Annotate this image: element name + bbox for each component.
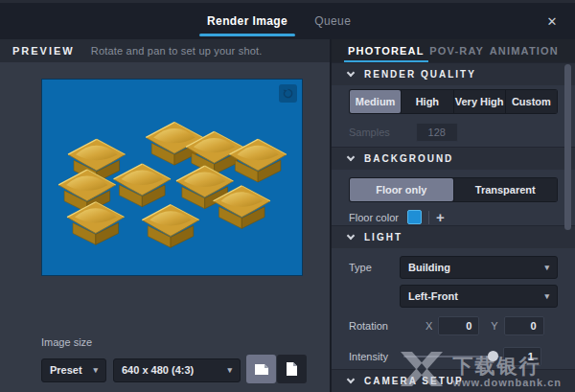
chevron-down-icon: ▾ [93, 365, 98, 375]
light-type-label: Type [349, 262, 400, 273]
rotation-x-input[interactable]: 0 [438, 316, 479, 335]
scrollbar[interactable] [564, 64, 571, 230]
section-light[interactable]: LIGHT [332, 225, 575, 248]
light-type-value: Building [408, 262, 450, 273]
titlebar: Render Image Queue ✕ [0, 3, 575, 39]
landscape-page-icon [254, 363, 269, 376]
light-type-select[interactable]: Building ▾ [400, 256, 558, 279]
preview-hint: Rotate and pan to set up your shot. [91, 45, 263, 57]
slider-track[interactable] [403, 356, 499, 357]
renderer-tabs: PHOTOREAL POV-RAY ANIMATION [332, 39, 575, 62]
resolution-select[interactable]: 640 x 480 (4:3) ▾ [113, 358, 241, 382]
background-body: Floor only Transparent Floor color + [332, 170, 575, 225]
settings-panel: PHOTOREAL POV-RAY ANIMATION RENDER QUALI… [332, 39, 575, 392]
refresh-icon [283, 88, 293, 99]
camera-setup-title: CAMERA SETUP [364, 376, 464, 386]
preset-value: Preset [50, 364, 82, 376]
rotation-label: Rotation [349, 320, 388, 332]
chevron-down-icon [347, 153, 355, 161]
quality-segment-group: Medium High Very High Custom [349, 89, 558, 114]
tab-queue[interactable]: Queue [301, 3, 364, 39]
quality-medium-button[interactable]: Medium [350, 90, 401, 113]
light-title: LIGHT [364, 232, 402, 242]
background-segment-group: Floor only Transparent [349, 177, 558, 202]
portrait-orientation-button[interactable] [277, 355, 307, 383]
preset-select[interactable]: Preset ▾ [41, 358, 106, 382]
landscape-orientation-button[interactable] [246, 355, 276, 383]
rotation-y-input[interactable]: 0 [504, 316, 544, 335]
resolution-value: 640 x 480 (4:3) [122, 364, 194, 376]
image-size-block: Image size Preset ▾ 640 x 480 (4:3) ▾ [41, 336, 319, 383]
rotation-x-label: X [426, 320, 432, 332]
preview-title: PREVIEW [12, 45, 75, 57]
slider-knob[interactable] [488, 351, 498, 361]
samples-input[interactable]: 128 [416, 123, 458, 142]
light-direction-value: Left-Front [408, 290, 458, 302]
quality-very-high-button[interactable]: Very High [454, 90, 505, 113]
render-quality-body: Medium High Very High Custom Samples 128 [332, 85, 575, 147]
intensity-label: Intensity [349, 351, 388, 362]
tab-photoreal[interactable]: PHOTOREAL [348, 39, 425, 62]
add-color-button[interactable]: + [436, 209, 445, 225]
floor-color-swatch[interactable] [407, 210, 422, 224]
intensity-slider[interactable] [403, 350, 499, 363]
preview-viewport[interactable] [41, 79, 303, 276]
quality-high-button[interactable]: High [402, 90, 452, 113]
light-direction-select[interactable]: Left-Front ▾ [400, 285, 558, 308]
reset-view-button[interactable] [279, 84, 297, 103]
portrait-page-icon [286, 361, 298, 377]
divider [428, 211, 429, 224]
render-dialog: Render Image Queue ✕ PREVIEW Rotate and … [0, 0, 575, 392]
rotation-y-label: Y [491, 320, 497, 332]
background-title: BACKGROUND [364, 153, 453, 164]
orientation-toggle [246, 357, 307, 383]
preview-header: PREVIEW Rotate and pan to set up your sh… [0, 39, 330, 62]
titlebar-tabs: Render Image Queue [194, 3, 364, 39]
chevron-down-icon: ▾ [544, 263, 549, 272]
intensity-input[interactable]: 1 [503, 347, 541, 366]
close-icon[interactable]: ✕ [542, 12, 562, 31]
chevron-down-icon [347, 69, 355, 77]
tab-render-image[interactable]: Render Image [194, 3, 301, 39]
section-camera-setup[interactable]: CAMERA SETUP [332, 369, 575, 392]
tab-pov-ray[interactable]: POV-RAY [429, 39, 484, 62]
render-quality-title: RENDER QUALITY [364, 69, 476, 80]
chevron-down-icon [347, 376, 355, 383]
chevron-down-icon [347, 232, 355, 240]
samples-label: Samples [349, 127, 390, 138]
image-size-label: Image size [41, 336, 319, 348]
chevron-down-icon: ▾ [544, 291, 549, 301]
light-body: Type Building ▾ Left-Front ▾ Rotation X [332, 248, 575, 369]
floor-color-label: Floor color [349, 212, 399, 223]
chevron-down-icon: ▾ [227, 365, 232, 375]
floor-only-button[interactable]: Floor only [350, 178, 453, 201]
section-background[interactable]: BACKGROUND [332, 147, 575, 170]
transparent-button[interactable]: Transparent [454, 178, 558, 201]
preview-panel: PREVIEW Rotate and pan to set up your sh… [0, 39, 332, 392]
section-render-quality[interactable]: RENDER QUALITY [332, 62, 575, 85]
preview-render-svg [42, 80, 302, 275]
quality-custom-button[interactable]: Custom [506, 90, 557, 113]
tab-animation[interactable]: ANIMATION [490, 39, 559, 62]
